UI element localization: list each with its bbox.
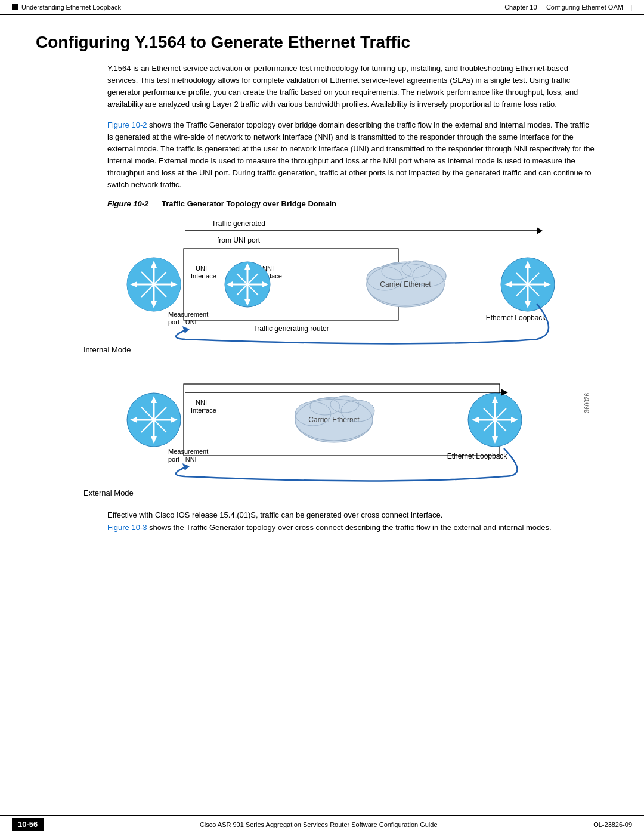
figure-number: Figure 10-2: [107, 199, 148, 208]
uni-interface-label: UNI: [196, 265, 207, 272]
figure-title: Traffic Generator Topology over Bridge D…: [162, 199, 336, 208]
internal-mode-label: Internal Mode: [83, 345, 578, 354]
page-content: Configuring Y.1564 to Generate Ethernet …: [0, 15, 644, 578]
measurement-port-uni-label: Measurement: [168, 311, 208, 318]
header-section: Understanding Ethernet Loopback: [12, 4, 121, 11]
svg-text:Interface: Interface: [191, 272, 216, 280]
page-title: Configuring Y.1564 to Generate Ethernet …: [36, 33, 608, 52]
page-number: 10-56: [12, 818, 44, 831]
figure-caption: Figure 10-2 Traffic Generator Topology o…: [107, 199, 608, 208]
from-uni-label: from UNI port: [217, 236, 261, 244]
svg-marker-47: [182, 326, 190, 333]
traffic-generating-router-label: Traffic generating router: [253, 324, 329, 333]
carrier-ethernet-label-internal: Carrier Ethernet: [380, 280, 431, 289]
page-footer: 10-56 Cisco ASR 901 Series Aggregation S…: [0, 815, 644, 833]
body-paragraph-2: Figure 10-2 shows the Traffic Generator …: [107, 119, 596, 191]
figure-vertical-number: 360026: [584, 393, 590, 413]
figure-10-3-link[interactable]: Figure 10-3: [107, 523, 147, 532]
header-chapter-label: Configuring Ethernet OAM: [546, 4, 623, 11]
carrier-ethernet-label-external: Carrier Ethernet: [308, 416, 360, 424]
external-mode-label: External Mode: [83, 488, 578, 497]
diagram-area: Traffic generated from UNI port UNI Inte…: [54, 214, 590, 497]
external-mode-diagram: NNI Interface Measurement port - NNI: [66, 366, 578, 491]
svg-marker-84: [182, 463, 190, 470]
body-paragraph-3: Effective with Cisco IOS release 15.4.(0…: [107, 509, 596, 533]
footer-doc-id: OL-23826-09: [593, 821, 632, 828]
header-square-icon: [12, 4, 18, 10]
svg-marker-1: [537, 227, 543, 234]
figure-10-2-link[interactable]: Figure 10-2: [107, 120, 147, 129]
body-paragraph-1: Y.1564 is an Ethernet service activation…: [107, 63, 596, 111]
header-chapter-num: Chapter 10: [504, 4, 537, 11]
ethernet-loopback-label-external: Ethernet Loopback: [447, 452, 508, 460]
header-section-label: Understanding Ethernet Loopback: [21, 4, 121, 11]
svg-text:port - NNI: port - NNI: [168, 456, 197, 463]
header-chapter: Chapter 10 Configuring Ethernet OAM |: [504, 4, 632, 11]
svg-rect-2: [184, 249, 398, 320]
page-header: Understanding Ethernet Loopback Chapter …: [0, 0, 644, 15]
internal-mode-diagram: Traffic generated from UNI port UNI Inte…: [66, 214, 578, 351]
measurement-port-nni-label: Measurement: [168, 448, 208, 455]
header-divider: |: [630, 4, 632, 11]
ethernet-loopback-label-internal: Ethernet Loopback: [486, 314, 547, 322]
nni-interface-label-ext: NNI: [196, 399, 207, 406]
footer-title: Cisco ASR 901 Series Aggregation Service…: [200, 821, 438, 828]
svg-text:port - UNI: port - UNI: [168, 318, 197, 326]
traffic-generated-label: Traffic generated: [212, 219, 265, 228]
svg-text:Interface: Interface: [191, 407, 216, 414]
